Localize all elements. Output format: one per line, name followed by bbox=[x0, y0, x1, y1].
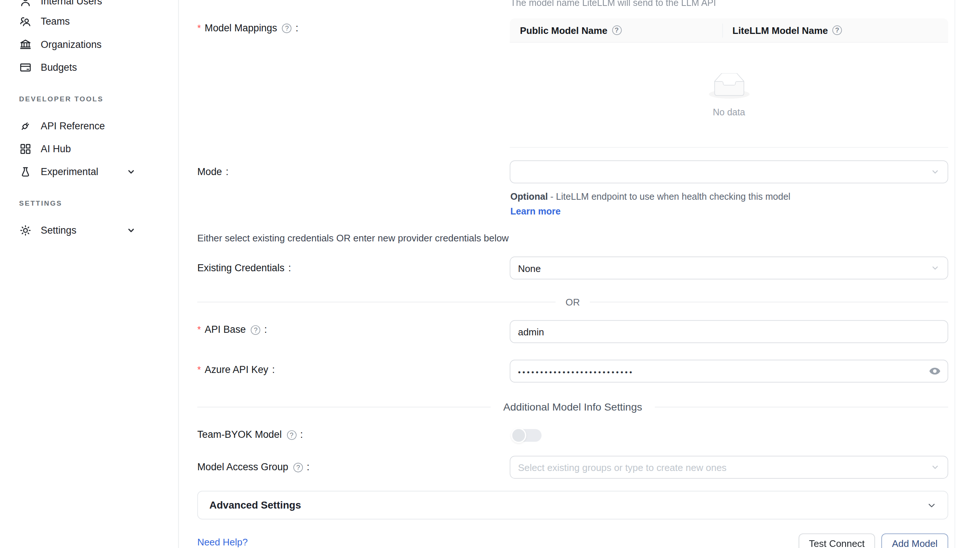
sidebar-item-label: AI Hub bbox=[41, 143, 71, 155]
need-help-link[interactable]: Need Help? bbox=[197, 537, 248, 547]
add-model-page: Internal Users Teams Organizations Budge… bbox=[0, 0, 980, 548]
sidebar-item-label: Internal Users bbox=[41, 0, 102, 7]
help-circle-icon[interactable]: ? bbox=[832, 25, 842, 35]
table-empty-state: No data bbox=[510, 43, 948, 147]
sidebar-item-settings[interactable]: Settings bbox=[19, 219, 135, 242]
team-byok-toggle-off[interactable] bbox=[511, 428, 542, 443]
chevron-down-icon bbox=[127, 227, 135, 234]
panel-right-edge bbox=[955, 0, 955, 548]
credentials-note: Either select existing credentials OR en… bbox=[197, 232, 508, 243]
sidebar-item-label: API Reference bbox=[41, 120, 105, 132]
credit-card-icon bbox=[19, 61, 32, 74]
or-divider: OR bbox=[197, 297, 948, 307]
mode-label: Mode : bbox=[197, 165, 228, 179]
users-icon bbox=[19, 15, 32, 28]
azure-api-key-label: * Azure API Key : bbox=[197, 363, 275, 377]
sidebar-item-api-reference[interactable]: API Reference bbox=[19, 115, 135, 137]
additional-model-info-divider: Additional Model Info Settings bbox=[197, 402, 948, 412]
table-header: Public Model Name ? LiteLLM Model Name ? bbox=[510, 18, 948, 43]
additional-model-info-divider-text: Additional Model Info Settings bbox=[503, 401, 642, 413]
add-model-button[interactable]: Add Model bbox=[881, 533, 948, 548]
required-asterisk: * bbox=[197, 325, 201, 335]
test-connect-button[interactable]: Test Connect bbox=[799, 533, 875, 548]
help-circle-icon[interactable]: ? bbox=[293, 462, 303, 472]
chevron-down-icon bbox=[127, 168, 135, 176]
model-access-group-label: Model Access Group ? : bbox=[197, 460, 309, 474]
empty-inbox-icon bbox=[708, 73, 749, 102]
or-divider-text: OR bbox=[566, 296, 580, 307]
help-circle-icon[interactable]: ? bbox=[282, 23, 292, 33]
sidebar-item-label: Teams bbox=[41, 16, 70, 27]
api-base-input[interactable]: admin bbox=[510, 320, 948, 343]
api-base-label: * API Base ? : bbox=[197, 323, 267, 337]
azure-api-key-input[interactable]: •••••••••••••••••••••••••• bbox=[510, 360, 948, 382]
sidebar-item-label: Experimental bbox=[41, 166, 99, 178]
mode-select[interactable] bbox=[510, 160, 948, 183]
model-access-group-select[interactable]: Select existing groups or type to create… bbox=[510, 456, 948, 479]
sidebar-item-teams[interactable]: Teams bbox=[19, 10, 135, 33]
eye-icon[interactable] bbox=[929, 365, 940, 377]
masked-password-value: •••••••••••••••••••••••••• bbox=[518, 366, 634, 376]
help-circle-icon[interactable]: ? bbox=[612, 25, 622, 35]
model-mappings-table: Public Model Name ? LiteLLM Model Name ?… bbox=[510, 18, 948, 148]
sidebar-item-organizations[interactable]: Organizations bbox=[19, 33, 135, 56]
existing-credentials-label: Existing Credentials : bbox=[197, 261, 291, 275]
advanced-settings-panel[interactable]: Advanced Settings bbox=[197, 491, 948, 519]
sidebar-item-budgets[interactable]: Budgets bbox=[19, 56, 135, 79]
help-circle-icon[interactable]: ? bbox=[251, 325, 261, 335]
chevron-down-icon bbox=[931, 264, 939, 272]
mode-help-text: Optional - LiteLLM endpoint to use when … bbox=[510, 190, 817, 219]
api-base-value: admin bbox=[518, 326, 544, 337]
sidebar: Internal Users Teams Organizations Budge… bbox=[0, 0, 179, 548]
grid-icon bbox=[19, 143, 32, 156]
advanced-settings-title: Advanced Settings bbox=[209, 499, 301, 511]
user-icon bbox=[19, 0, 32, 8]
sidebar-item-label: Settings bbox=[41, 225, 76, 236]
chevron-down-icon bbox=[931, 463, 939, 472]
existing-credentials-select[interactable]: None bbox=[510, 256, 948, 279]
flask-icon bbox=[19, 166, 32, 178]
team-byok-label: Team-BYOK Model ? : bbox=[197, 428, 303, 442]
no-data-text: No data bbox=[713, 107, 745, 117]
column-header-litellm-model-name: LiteLLM Model Name ? bbox=[722, 18, 948, 42]
gear-icon bbox=[19, 224, 32, 237]
chevron-down-icon bbox=[931, 168, 939, 176]
sidebar-section-settings: SETTINGS bbox=[19, 199, 62, 207]
sidebar-item-ai-hub[interactable]: AI Hub bbox=[19, 137, 135, 160]
bank-icon bbox=[19, 38, 32, 51]
sidebar-section-developer-tools: DEVELOPER TOOLS bbox=[19, 95, 103, 102]
litellm-model-name-help-text: The model name LiteLLM will send to the … bbox=[510, 0, 716, 8]
chevron-down-icon bbox=[928, 500, 936, 509]
learn-more-link[interactable]: Learn more bbox=[510, 206, 560, 217]
required-asterisk: * bbox=[197, 23, 201, 33]
column-divider bbox=[722, 24, 723, 38]
column-header-public-model-name: Public Model Name ? bbox=[510, 18, 722, 42]
add-model-form: The model name LiteLLM will send to the … bbox=[179, 0, 980, 548]
api-plug-icon bbox=[19, 120, 32, 133]
selected-value: None bbox=[518, 262, 541, 273]
select-placeholder: Select existing groups or type to create… bbox=[518, 462, 727, 472]
required-asterisk: * bbox=[197, 365, 201, 375]
sidebar-item-experimental[interactable]: Experimental bbox=[19, 160, 135, 183]
help-circle-icon[interactable]: ? bbox=[286, 430, 296, 440]
sidebar-item-label: Organizations bbox=[41, 39, 102, 50]
sidebar-item-label: Budgets bbox=[41, 62, 77, 73]
model-mappings-label: * Model Mappings ? : bbox=[197, 21, 298, 35]
